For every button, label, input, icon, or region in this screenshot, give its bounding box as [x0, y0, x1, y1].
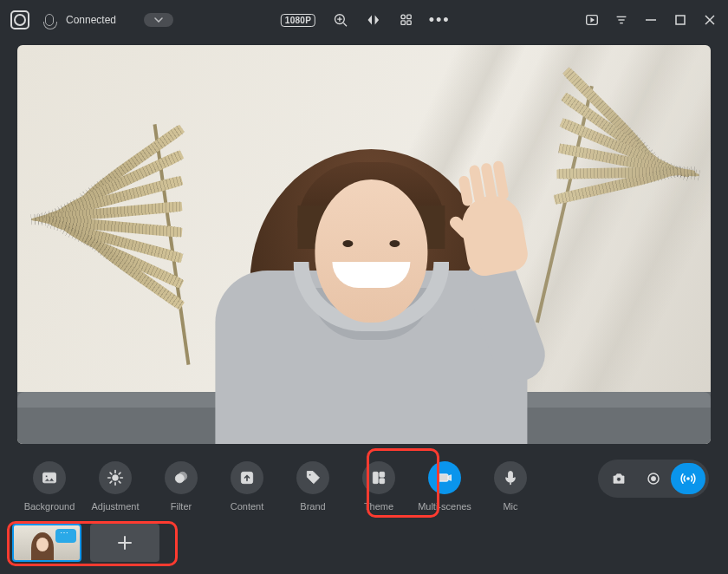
- svg-rect-31: [373, 472, 378, 483]
- zoom-in-icon[interactable]: [333, 12, 348, 28]
- connection-status: Connected: [66, 14, 116, 26]
- resolution-badge[interactable]: 1080P: [281, 14, 315, 27]
- scene-thumbnail-1[interactable]: [12, 524, 81, 562]
- svg-line-26: [119, 473, 120, 474]
- svg-rect-7: [407, 21, 412, 25]
- tool-label: Multi-scenes: [418, 501, 471, 512]
- svg-point-4: [401, 15, 406, 19]
- tool-adjustment[interactable]: Adjustment: [85, 456, 146, 517]
- tool-filter[interactable]: Filter: [151, 456, 211, 517]
- tool-background[interactable]: Background: [19, 456, 80, 517]
- svg-rect-34: [439, 474, 449, 481]
- minimize-button[interactable]: [643, 12, 659, 28]
- svg-rect-33: [380, 479, 385, 484]
- mic-status-icon: [45, 14, 54, 26]
- tool-label: Content: [231, 501, 264, 512]
- tool-label: Brand: [300, 501, 325, 512]
- svg-point-38: [651, 476, 655, 480]
- svg-rect-13: [676, 16, 685, 24]
- center-controls: 1080P •••: [281, 12, 447, 28]
- bottom-toolbar: Background Adjustment Filter Content Bra…: [0, 444, 728, 517]
- tool-brand[interactable]: Brand: [283, 456, 343, 517]
- svg-point-39: [686, 477, 690, 480]
- grid-icon[interactable]: [399, 12, 414, 28]
- svg-point-30: [309, 473, 311, 476]
- svg-rect-5: [407, 15, 412, 19]
- tool-label: Adjustment: [91, 501, 139, 512]
- tool-label: Filter: [171, 501, 192, 512]
- svg-line-25: [110, 481, 112, 483]
- svg-line-1: [344, 23, 348, 27]
- window-controls: [584, 12, 718, 28]
- list-icon[interactable]: [614, 12, 629, 28]
- capture-group: [598, 460, 709, 498]
- svg-point-36: [617, 477, 621, 481]
- tool-mic[interactable]: Mic: [480, 456, 541, 517]
- more-icon[interactable]: •••: [432, 12, 447, 28]
- app-window: Connected 1080P •••: [0, 0, 728, 574]
- svg-rect-32: [380, 472, 385, 477]
- mirror-icon[interactable]: [366, 12, 381, 28]
- person-preview: [189, 97, 553, 444]
- tool-label: Mic: [503, 501, 517, 512]
- maximize-button[interactable]: [673, 12, 688, 28]
- scene-strip: [12, 524, 159, 562]
- tool-label: Theme: [364, 501, 393, 512]
- tool-theme[interactable]: Theme: [348, 456, 409, 517]
- video-preview[interactable]: [17, 45, 711, 444]
- svg-rect-6: [401, 21, 406, 25]
- svg-line-24: [119, 481, 120, 483]
- svg-point-28: [179, 472, 187, 480]
- action-group: [598, 460, 709, 498]
- tool-multi-scenes[interactable]: Multi-scenes: [414, 456, 475, 517]
- pip-icon[interactable]: [584, 12, 600, 28]
- record-button[interactable]: [636, 463, 671, 494]
- photo-button[interactable]: [601, 463, 636, 494]
- status-dropdown[interactable]: [144, 13, 173, 27]
- webcam-icon[interactable]: [10, 10, 29, 29]
- title-bar: Connected 1080P •••: [0, 0, 728, 40]
- tool-label: Background: [24, 501, 75, 512]
- broadcast-button[interactable]: [671, 463, 705, 494]
- add-scene-button[interactable]: [90, 524, 159, 562]
- svg-point-17: [45, 475, 48, 478]
- tool-content[interactable]: Content: [217, 456, 277, 517]
- close-button[interactable]: [702, 12, 718, 28]
- decor-plant-left: [17, 71, 217, 401]
- svg-line-23: [110, 473, 112, 474]
- svg-point-18: [113, 475, 119, 481]
